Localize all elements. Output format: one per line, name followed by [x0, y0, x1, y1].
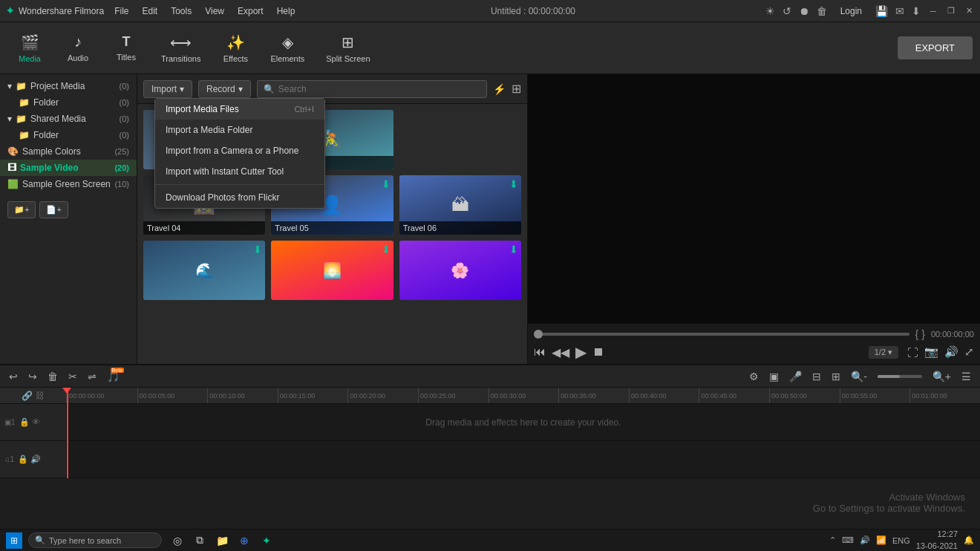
dropdown-item-download-flickr[interactable]: Download Photos from Flickr [155, 187, 324, 208]
sidebar-item-shared-media[interactable]: ▾ 📁 Shared Media (0) [0, 111, 137, 127]
sidebar-item-sample-colors[interactable]: 🎨 Sample Colors (25) [0, 143, 137, 160]
toolbar-elements[interactable]: ◈ Elements [261, 30, 313, 67]
toolbar-media[interactable]: 🎬 Media [7, 30, 52, 67]
toolbar-transitions[interactable]: ⟷ Transitions [152, 30, 209, 67]
restore-button[interactable]: ❐ [946, 6, 956, 16]
dropdown-item-import-files[interactable]: Import Media Files Ctrl+I [155, 99, 324, 120]
download-icon-06[interactable]: ⬇ [509, 178, 518, 190]
eye-icon[interactable]: 👁 [32, 417, 40, 427]
mosaic-button[interactable]: ⊞ [829, 369, 843, 384]
taskbar-keyboard-icon[interactable]: ⌨ [842, 535, 854, 545]
zoom-out-button[interactable]: 🔍- [848, 369, 870, 384]
link-icon[interactable]: ⛓ [36, 391, 45, 401]
expand-icon[interactable]: ⤢ [964, 345, 974, 359]
delete-button[interactable]: 🗑 [45, 369, 61, 384]
audio-lock-icon[interactable]: 🔒 [18, 454, 28, 464]
taskbar-lang[interactable]: ENG [892, 536, 910, 545]
login-button[interactable]: Login [834, 4, 868, 18]
sidebar-item-green-screen[interactable]: 🟩 Sample Green Screen (10) [0, 176, 137, 192]
export-button[interactable]: EXPORT [898, 36, 973, 59]
cut-button[interactable]: ✂ [65, 369, 80, 384]
video-thumb-travel09[interactable]: 🌸 ⬇ [399, 241, 521, 300]
taskbar-volume-icon[interactable]: 🔊 [860, 535, 870, 545]
close-button[interactable]: ✕ [964, 6, 974, 16]
start-button[interactable]: ⊞ [6, 532, 22, 549]
taskbar-notification-icon[interactable]: ⌃ [829, 535, 836, 545]
taskbar-wifi-icon[interactable]: 📶 [876, 535, 886, 545]
sidebar-item-project-media[interactable]: ▾ 📁 Project Media (0) [0, 78, 137, 94]
step-back-button[interactable]: ⏮ [534, 345, 546, 359]
taskbar-search[interactable]: 🔍 Type here to search [28, 532, 162, 548]
undo-button[interactable]: ↩ [6, 369, 21, 384]
audio-track-content[interactable] [67, 441, 980, 477]
preview-timeline-track[interactable] [534, 333, 909, 336]
mic-button[interactable]: 🎤 [786, 369, 805, 384]
dropdown-item-import-camera[interactable]: Import from a Camera or a Phone [155, 140, 324, 161]
volume-icon[interactable]: 🔊 [944, 345, 958, 359]
import-button[interactable]: Import ▾ [143, 80, 192, 98]
record-icon[interactable]: ⏺ [799, 5, 809, 17]
taskbar-filmora[interactable]: ✦ [257, 531, 276, 550]
video-track-content[interactable]: Drag media and effects here to create yo… [67, 404, 980, 440]
overlay-button[interactable]: ⊟ [809, 369, 824, 384]
mail-icon[interactable]: ✉ [895, 5, 904, 17]
minimize-button[interactable]: ─ [928, 6, 938, 16]
audio-detach-button[interactable]: 🎵 Beta [104, 369, 122, 384]
zoom-slider[interactable] [878, 375, 922, 378]
sync-icon[interactable]: ↺ [783, 5, 791, 17]
dropdown-item-import-folder[interactable]: Import a Media Folder [155, 120, 324, 140]
settings-button[interactable]: ⚙ [746, 369, 762, 384]
audio-mute-icon[interactable]: 🔊 [30, 454, 41, 464]
fullscreen-icon[interactable]: ⛶ [907, 346, 918, 359]
split-button[interactable]: ⇌ [85, 369, 99, 384]
menu-help[interactable]: Help [271, 4, 301, 18]
download-icon-08[interactable]: ⬇ [382, 244, 391, 255]
preview-ratio[interactable]: 1/2 ▾ [869, 346, 898, 359]
toolbar-audio[interactable]: ♪ Audio [56, 30, 100, 66]
toolbar-splitscreen[interactable]: ⊞ Split Screen [317, 30, 379, 67]
sidebar-item-folder1[interactable]: 📁 Folder (0) [0, 94, 137, 111]
download-icon-05[interactable]: ⬇ [382, 178, 391, 190]
filter-icon[interactable]: ⚡ [493, 83, 506, 95]
menu-file[interactable]: File [108, 4, 134, 18]
video-thumb-travel07[interactable]: 🌊 ⬇ [143, 241, 265, 300]
download-icon-07[interactable]: ⬇ [253, 244, 262, 255]
crop-button[interactable]: ▣ [766, 369, 782, 384]
save-icon[interactable]: 💾 [875, 5, 888, 17]
zoom-in-button[interactable]: 🔍+ [930, 369, 954, 384]
toolbar-titles[interactable]: T Titles [104, 30, 148, 65]
taskbar-cortana[interactable]: ◎ [168, 531, 187, 550]
toolbar-effects[interactable]: ✨ Effects [213, 30, 258, 67]
taskbar-explorer[interactable]: 📁 [212, 531, 232, 550]
download-icon-09[interactable]: ⬇ [509, 244, 518, 255]
redo-button[interactable]: ↪ [25, 369, 40, 384]
sidebar-item-folder2[interactable]: 📁 Folder (0) [0, 127, 137, 143]
menu-export[interactable]: Export [232, 4, 270, 18]
lock-icon[interactable]: 🔒 [19, 417, 30, 427]
taskbar-chrome[interactable]: ⊕ [235, 531, 254, 550]
grid-toggle[interactable]: ⊞ [512, 82, 521, 96]
add-folder-button[interactable]: 📁+ [7, 201, 36, 218]
menu-view[interactable]: View [199, 4, 230, 18]
sidebar-item-sample-video[interactable]: 🎞 Sample Video (20) [0, 160, 137, 176]
menu-tools[interactable]: Tools [165, 4, 197, 18]
video-thumb-travel08[interactable]: 🌅 ⬇ [271, 241, 393, 300]
search-box[interactable]: 🔍 [257, 80, 487, 98]
snapshot-icon[interactable]: 📷 [924, 345, 938, 359]
add-media-button[interactable]: 📄+ [39, 201, 68, 218]
record-button[interactable]: Record ▾ [198, 80, 251, 98]
playhead[interactable] [67, 388, 68, 478]
play-button[interactable]: ▶ [575, 343, 587, 361]
taskbar-notification-bell[interactable]: 🔔 [964, 535, 974, 545]
taskbar-multitask[interactable]: ⧉ [190, 531, 209, 550]
dropdown-item-import-cutter[interactable]: Import with Instant Cutter Tool [155, 161, 324, 182]
magnet-icon[interactable]: 🔗 [22, 391, 33, 401]
frame-back-button[interactable]: ◀◀ [552, 345, 569, 359]
menu-edit[interactable]: Edit [137, 4, 164, 18]
download-icon[interactable]: ⬇ [912, 5, 921, 17]
timeline-settings-button[interactable]: ☰ [958, 369, 974, 384]
search-input[interactable] [278, 84, 480, 94]
stop-button[interactable]: ⏹ [592, 345, 604, 359]
video-thumb-travel06[interactable]: 🏔 ⬇ Travel 06 [399, 175, 521, 235]
trash-icon[interactable]: 🗑 [817, 5, 827, 17]
